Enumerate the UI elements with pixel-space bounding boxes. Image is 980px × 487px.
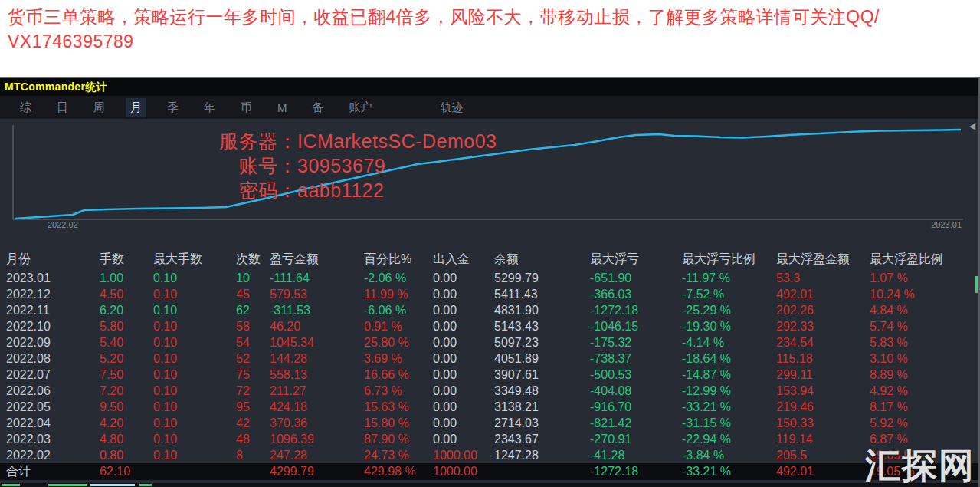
menu-item-nian[interactable]: 年 <box>199 98 220 117</box>
menu-item-guiji[interactable]: 轨迹 <box>436 98 468 117</box>
column-header[interactable]: 手数 <box>100 252 153 268</box>
table-cell: 211.27 <box>270 384 364 398</box>
table-cell: 0.10 <box>153 368 236 382</box>
table-cell: 6.73 % <box>364 384 433 398</box>
table-cell: 58 <box>236 320 270 334</box>
table-cell: 2022.06 <box>6 384 100 398</box>
table-row[interactable]: 2022.077.500.1075558.1316.66 %0.003907.6… <box>0 367 978 383</box>
table-cell: -651.90 <box>590 271 682 285</box>
table-cell: 5.20 <box>100 352 153 366</box>
table-cell: 2714.03 <box>494 416 590 430</box>
menu-item-ri[interactable]: 日 <box>52 98 73 117</box>
table-cell: 202.26 <box>776 304 870 318</box>
window-title: MTCommander统计 <box>5 81 107 94</box>
table-cell: 15.80 % <box>364 416 433 430</box>
table-cell: -311.53 <box>270 304 364 318</box>
column-header[interactable]: 最大浮亏 <box>590 252 682 268</box>
table-cell: 0.10 <box>153 352 236 366</box>
table-row[interactable]: 2022.067.200.1072211.276.73 %0.003349.48… <box>0 383 978 399</box>
table-cell: 8.89 % <box>870 368 972 382</box>
table-cell: 4.20 <box>100 416 153 430</box>
table-row[interactable]: 2022.095.400.10541045.3425.80 %0.005097.… <box>0 334 978 350</box>
table-cell: 53.3 <box>776 271 870 285</box>
table-row[interactable]: 2022.020.800.108247.2824.73 %1000.001247… <box>0 447 978 463</box>
table-cell: 429.98 % <box>364 465 433 479</box>
account-info-line-0: 服务器：ICMarketsSC-Demo03 <box>184 132 497 151</box>
title-bar: MTCommander统计 <box>0 78 978 96</box>
table-cell: 16.66 % <box>364 368 433 382</box>
menu-item-ji[interactable]: 季 <box>162 98 183 117</box>
table-cell: 153.94 <box>776 384 870 398</box>
table-cell: 5411.43 <box>494 288 590 301</box>
menu-item-bi[interactable]: 币 <box>236 98 257 117</box>
table-cell: 87.90 % <box>364 433 433 446</box>
table-cell: -366.03 <box>590 288 682 301</box>
menu-item-yue[interactable]: 月 <box>126 98 146 117</box>
table-cell: -270.91 <box>590 433 682 446</box>
promo-line-1: 货币三单策略，策略运行一年多时间，收益已翻4倍多，风险不大，带移动止损，了解更多… <box>8 5 972 29</box>
x-axis-label-end: 2023.01 <box>931 220 962 229</box>
table-cell: 292.33 <box>776 320 870 334</box>
table-cell: 0.10 <box>153 320 236 334</box>
menu-item-zong[interactable]: 综 <box>15 98 36 117</box>
menu-bar: 综日周月季年币M备账户轨迹 <box>0 96 978 119</box>
column-header[interactable]: 出入金 <box>433 252 494 268</box>
table-row[interactable]: 2022.116.200.1062-311.53-6.06 %0.004831.… <box>0 302 978 318</box>
menu-item-zhanghu[interactable]: 账户 <box>345 98 377 117</box>
cutoff-fragment <box>48 484 87 486</box>
column-header[interactable]: 盈亏金额 <box>270 252 364 268</box>
table-cell: 5097.23 <box>494 336 590 350</box>
table-cell: -3.84 % <box>682 449 776 462</box>
table-row[interactable]: 2022.059.500.1095424.1815.63 %0.003138.2… <box>0 399 978 415</box>
table-cell: 4299.79 <box>270 465 364 479</box>
promo-line-2: VX1746395789 <box>8 29 972 54</box>
column-header[interactable]: 月份 <box>6 252 100 268</box>
table-row[interactable]: 2022.105.800.105846.200.91 %0.005143.43-… <box>0 318 978 334</box>
table-cell: -175.32 <box>590 336 682 350</box>
column-header[interactable]: 最大手数 <box>153 252 236 268</box>
column-header[interactable]: 最大浮盈金额 <box>776 252 870 268</box>
table-cell: -25.29 % <box>682 304 776 318</box>
chart-scroll-arrow-icon[interactable]: ◀ <box>969 121 975 131</box>
table-total-row[interactable]: 合计62.104299.79429.98 %1000.00-1272.18-33… <box>0 463 978 480</box>
table-cell: 0.00 <box>433 288 494 301</box>
column-header[interactable]: 百分比% <box>364 252 433 268</box>
table-cell: 1000.00 <box>433 465 494 479</box>
table-cell: 10 <box>236 271 270 285</box>
menu-item-zhou[interactable]: 周 <box>89 98 110 117</box>
table-cell: 4831.90 <box>494 304 590 318</box>
equity-chart: 2022.02 2023.01 ◀ 服务器：ICMarketsSC-Demo03… <box>0 119 980 234</box>
table-cell: 2022.02 <box>6 449 100 462</box>
table-cell: 144.28 <box>270 352 364 366</box>
table-row[interactable]: 2022.044.200.1042370.3615.80 %0.002714.0… <box>0 415 978 431</box>
cutoff-fragment <box>2 484 20 486</box>
table-cell: 24.73 % <box>364 449 433 462</box>
column-header[interactable]: 次数 <box>236 252 270 268</box>
table-cell: -404.08 <box>590 384 682 398</box>
table-cell: 0.10 <box>153 400 236 414</box>
column-header[interactable]: 最大浮盈比例 <box>870 252 972 268</box>
table-cell: 2022.03 <box>6 433 100 446</box>
account-info-label: 服务器： <box>184 132 297 151</box>
table-cell: 0.00 <box>433 384 494 398</box>
table-cell: 2022.05 <box>6 400 100 414</box>
menu-item-m[interactable]: M <box>273 99 292 117</box>
menu-item-bei[interactable]: 备 <box>308 98 329 117</box>
table-cell: 5.40 <box>100 336 153 350</box>
table-cell: -2.06 % <box>364 271 433 285</box>
column-header[interactable]: 最大浮亏比例 <box>682 252 776 268</box>
table-cell: 4.80 <box>100 433 153 446</box>
table-cell: 25.80 % <box>364 336 433 350</box>
table-row[interactable]: 2022.085.200.1052144.283.69 %0.004051.89… <box>0 350 978 367</box>
table-cell: -1046.15 <box>590 320 682 334</box>
column-header[interactable]: 余额 <box>494 252 590 268</box>
table-cell: 7.20 <box>100 384 153 398</box>
table-cell: 150.33 <box>776 416 870 430</box>
table-cell: 15.63 % <box>364 400 433 414</box>
table-row[interactable]: 2023.011.000.1010-111.64-2.06 %0.005299.… <box>0 270 978 286</box>
table-row[interactable]: 2022.124.500.1045579.5311.99 %0.005411.4… <box>0 286 978 302</box>
table-row[interactable]: 2022.034.800.10481096.3987.90 %0.002343.… <box>0 431 978 447</box>
cutoff-fragment <box>139 484 152 486</box>
table-cell: 72 <box>236 384 270 398</box>
table-cell: -821.42 <box>590 416 682 430</box>
